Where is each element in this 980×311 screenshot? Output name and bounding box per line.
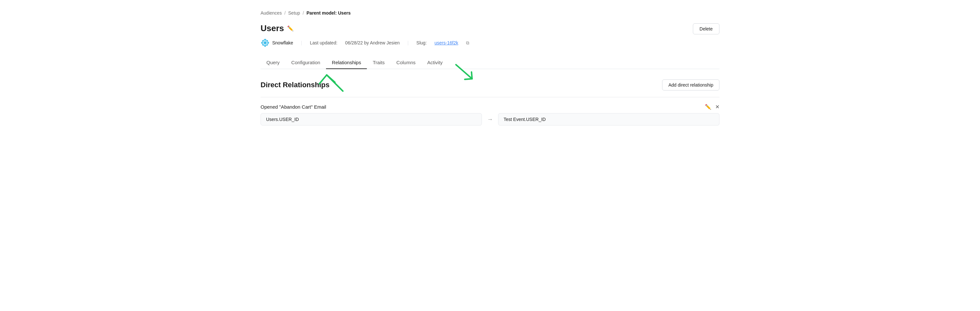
page-container: Audiences / Setup / Parent model: Users … xyxy=(245,0,735,141)
edit-relationship-icon[interactable]: ✏️ xyxy=(705,104,711,110)
snowflake-icon xyxy=(261,38,270,47)
page-header: Users ✏️ Delete xyxy=(261,23,719,34)
delete-button[interactable]: Delete xyxy=(693,23,719,34)
meta-divider-1: | xyxy=(301,40,302,45)
relationship-name-row: Opened "Abandon Cart" Email ✏️ ✕ xyxy=(261,104,719,110)
tab-query[interactable]: Query xyxy=(261,56,285,69)
breadcrumb-sep-1: / xyxy=(284,10,285,16)
page-title: Users xyxy=(261,23,284,33)
delete-relationship-icon[interactable]: ✕ xyxy=(715,104,719,110)
edit-icon[interactable]: ✏️ xyxy=(287,25,294,32)
section-header: Direct Relationships Add direct relation… xyxy=(261,80,719,91)
relationship-item: Opened "Abandon Cart" Email ✏️ ✕ Users.U… xyxy=(261,104,719,126)
snowflake-logo: Snowflake xyxy=(261,38,293,47)
meta-row: Snowflake | Last updated: 06/28/22 by An… xyxy=(261,38,719,47)
tab-activity[interactable]: Activity xyxy=(421,56,449,69)
arrow-icon: → xyxy=(487,116,493,123)
relationship-actions: ✏️ ✕ xyxy=(705,104,719,110)
tab-columns[interactable]: Columns xyxy=(390,56,421,69)
meta-divider-2: | xyxy=(407,40,409,45)
slug-label: Slug: xyxy=(417,40,427,45)
breadcrumb-setup[interactable]: Setup xyxy=(288,10,300,16)
relationship-fields: Users.USER_ID → Test Event.USER_ID xyxy=(261,113,719,126)
breadcrumb-audiences[interactable]: Audiences xyxy=(261,10,282,16)
tab-configuration[interactable]: Configuration xyxy=(285,56,326,69)
relationship-name-label: Opened "Abandon Cart" Email xyxy=(261,104,326,110)
breadcrumb-sep-2: / xyxy=(303,10,304,16)
copy-icon[interactable]: ⧉ xyxy=(466,40,469,46)
left-field: Users.USER_ID xyxy=(261,113,482,126)
svg-line-5 xyxy=(471,72,472,79)
breadcrumb-current: Parent model: Users xyxy=(307,10,351,16)
source-name: Snowflake xyxy=(272,40,293,45)
section-title: Direct Relationships xyxy=(261,81,329,89)
add-direct-relationship-button[interactable]: Add direct relationship xyxy=(662,80,719,91)
right-field: Test Event.USER_ID xyxy=(498,113,719,126)
tab-traits[interactable]: Traits xyxy=(367,56,390,69)
section-divider xyxy=(261,97,719,97)
tab-relationships[interactable]: Relationships xyxy=(326,56,367,69)
slug-value[interactable]: users-16f2k xyxy=(434,40,458,45)
tabs: Query Configuration Relationships Traits… xyxy=(261,56,719,69)
last-updated-value: 06/28/22 by Andrew Jesien xyxy=(345,40,399,45)
page-title-section: Users ✏️ xyxy=(261,23,294,33)
breadcrumb: Audiences / Setup / Parent model: Users xyxy=(261,10,719,16)
last-updated-label: Last updated: xyxy=(310,40,337,45)
